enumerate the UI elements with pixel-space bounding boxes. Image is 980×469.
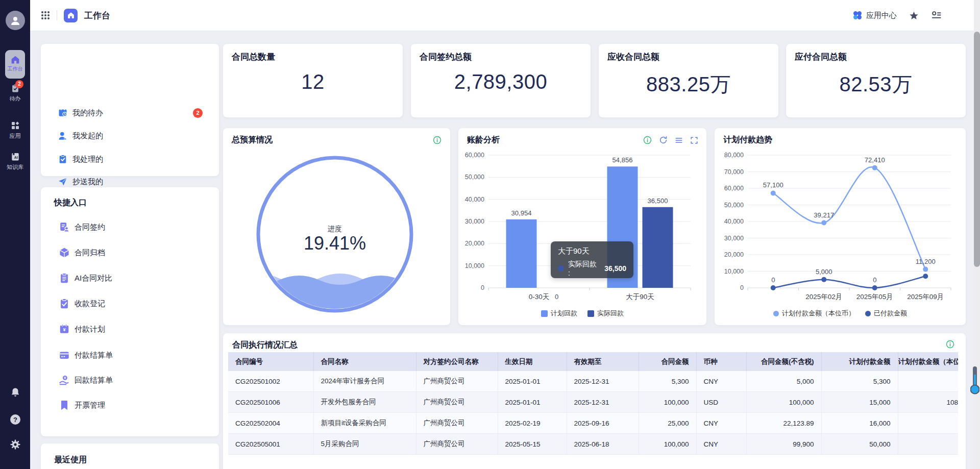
legend-swatch bbox=[865, 311, 871, 316]
aging-analysis-card: 账龄分析 010,00020,00030,00040,00050,00060,0… bbox=[458, 128, 706, 325]
legend-item[interactable]: 实际回款 bbox=[587, 309, 624, 318]
bookmark-icon bbox=[59, 400, 70, 411]
quick-item-payment-plan[interactable]: ¥ 付款计划 bbox=[41, 317, 219, 341]
svg-text:72,410: 72,410 bbox=[865, 156, 885, 164]
column-header: 有效期至 bbox=[567, 352, 639, 371]
table-cell: CG202505001 bbox=[228, 434, 313, 455]
info-icon[interactable] bbox=[433, 136, 442, 144]
scroll-progress-widget[interactable] bbox=[970, 365, 979, 395]
contract-table-title: 合同执行情况汇总 bbox=[232, 340, 298, 351]
workbench-home-tile[interactable] bbox=[64, 9, 78, 22]
sidebar-item-workbench[interactable]: 工作台 bbox=[5, 50, 25, 79]
quick-entry-card: 快捷入口 合同签约 合同归档 AI合同对比 bbox=[41, 187, 219, 436]
table-row[interactable]: CG2025010022024年审计服务合同广州商贸公司2025-01-0120… bbox=[228, 371, 958, 392]
quick-item-label: 回款结算单 bbox=[75, 376, 113, 385]
help-button[interactable]: ? bbox=[0, 413, 30, 426]
grid-menu-icon[interactable] bbox=[41, 11, 50, 20]
settings-button[interactable] bbox=[0, 439, 30, 450]
app-center-button[interactable]: 应用中心 bbox=[852, 10, 897, 20]
favorites-star-icon[interactable] bbox=[909, 11, 919, 20]
sidebar-item-knowledge[interactable]: AI 知识库 bbox=[0, 152, 30, 171]
account-settings-icon[interactable] bbox=[931, 10, 942, 21]
quick-item-receipt-register[interactable]: 收款登记 bbox=[41, 292, 219, 315]
table-cell: CNY bbox=[696, 434, 746, 455]
svg-text:5,000: 5,000 bbox=[816, 268, 832, 276]
quick-item-payment-settlement[interactable]: 付款结算单 bbox=[41, 343, 219, 367]
svg-text:30,954: 30,954 bbox=[511, 209, 532, 217]
paper-plane-icon bbox=[58, 177, 68, 187]
legend-item[interactable]: 计划付款金额（本位币） bbox=[773, 309, 855, 318]
sidebar-item-label: 知识库 bbox=[0, 163, 30, 171]
svg-text:0: 0 bbox=[740, 284, 744, 291]
notifications-button[interactable] bbox=[0, 387, 30, 398]
tooltip-series-value: 36,500 bbox=[604, 264, 626, 273]
table-cell: 99,900 bbox=[746, 434, 821, 455]
table-cell: 5,000 bbox=[746, 371, 821, 392]
table-cell: 2025-09-16 bbox=[567, 413, 639, 434]
table-header-row: 合同编号合同名称对方签约公司名称生效日期有效期至合同金额币种合同金额(不含税)计… bbox=[228, 352, 958, 371]
table-row[interactable]: CG2025050015月采购合同广州商贸公司2025-05-152025-06… bbox=[228, 434, 958, 455]
menu-item-my-todo[interactable] bbox=[41, 51, 219, 73]
svg-text:大于90天: 大于90天 bbox=[626, 293, 654, 301]
column-header: 合同名称 bbox=[313, 352, 416, 371]
table-cell: CG202502004 bbox=[228, 413, 313, 434]
contract-sign-icon bbox=[59, 221, 70, 233]
menu-item-my-todo[interactable]: 我的待办 2 bbox=[41, 102, 219, 124]
page-scrollbar-thumb[interactable] bbox=[974, 32, 980, 267]
svg-text:36,500: 36,500 bbox=[648, 197, 668, 205]
sidebar-item-apps[interactable]: 应用 bbox=[0, 120, 30, 140]
table-cell: 广州商贸公司 bbox=[416, 413, 498, 434]
gear-icon bbox=[10, 439, 21, 450]
table-cell: USD bbox=[696, 392, 746, 413]
quick-item-label: 开票管理 bbox=[75, 401, 105, 410]
table-row[interactable]: CG202501006开发外包服务合同广州商贸公司2025-01-012025-… bbox=[228, 392, 958, 413]
legend-label: 计划回款 bbox=[551, 309, 577, 318]
table-cell: 2025-12-31 bbox=[567, 392, 639, 413]
cube-icon bbox=[59, 247, 70, 258]
info-icon[interactable] bbox=[946, 340, 954, 349]
svg-text:0-30天: 0-30天 bbox=[529, 293, 550, 301]
legend-label: 计划付款金额（本位币） bbox=[782, 309, 855, 318]
quick-item-invoice-management[interactable]: 开票管理 bbox=[41, 393, 219, 417]
svg-text:30,000: 30,000 bbox=[724, 235, 744, 242]
quick-item-contract-signing[interactable]: 合同签约 bbox=[41, 215, 219, 239]
table-cell: 100,000 bbox=[746, 392, 821, 413]
legend-item[interactable]: 已付款金额 bbox=[865, 309, 907, 318]
avatar[interactable] bbox=[6, 11, 25, 30]
table-cell: 100,000 bbox=[639, 434, 696, 455]
payment-trend-line-chart: 010,00020,00030,00040,00050,00060,00070,… bbox=[715, 128, 966, 304]
menu-item-initiated-by-me[interactable]: 我发起的 bbox=[41, 125, 219, 147]
table-row[interactable]: CG202502004新项目it设备采购合同广州商贸公司2025-02-1920… bbox=[228, 413, 958, 434]
svg-text:2025年02月: 2025年02月 bbox=[805, 293, 842, 301]
quick-item-label: 付款计划 bbox=[75, 325, 105, 334]
table-cell: 50,000 bbox=[821, 434, 898, 455]
hand-coin-icon: ¥ bbox=[59, 375, 70, 386]
clipboard-check-icon bbox=[58, 154, 68, 164]
menu-item-handled-by-me[interactable]: 我处理的 bbox=[41, 148, 219, 170]
quick-item-contract-archive[interactable]: 合同归档 bbox=[41, 241, 219, 264]
svg-text:AI: AI bbox=[14, 156, 17, 160]
page-scrollbar-track[interactable] bbox=[974, 0, 980, 469]
sidebar-item-todo[interactable]: 待办 bbox=[0, 83, 30, 103]
table-cell: 25,000 bbox=[639, 413, 696, 434]
quick-item-ai-contract-compare[interactable]: AI合同对比 bbox=[41, 266, 219, 290]
aging-chart-legend: 计划回款实际回款 bbox=[458, 309, 706, 318]
table-cell: 广州商贸公司 bbox=[416, 392, 498, 413]
recent-used-card: 最近使用 bbox=[41, 443, 219, 469]
person-icon bbox=[58, 131, 68, 141]
quick-item-collection-settlement[interactable]: ¥ 回款结算单 bbox=[41, 368, 219, 392]
todo-badge: 2 bbox=[15, 80, 23, 88]
column-header: 币种 bbox=[696, 352, 746, 371]
legend-item[interactable]: 计划回款 bbox=[541, 309, 577, 318]
column-header: 计划付款金额 bbox=[821, 352, 898, 371]
svg-text:0: 0 bbox=[771, 276, 775, 284]
clipboard-list-icon bbox=[59, 273, 70, 284]
svg-text:?: ? bbox=[13, 416, 17, 424]
table-cell: 2025-06-18 bbox=[567, 434, 639, 455]
stat-card-signed-total: 合同签约总额 2,789,300 bbox=[411, 44, 591, 117]
svg-text:11,200: 11,200 bbox=[916, 258, 936, 265]
stat-title: 应付合同总额 bbox=[795, 51, 847, 63]
apps-grid-icon bbox=[10, 120, 20, 131]
svg-text:20,000: 20,000 bbox=[724, 251, 744, 258]
svg-text:80,000: 80,000 bbox=[724, 152, 744, 159]
